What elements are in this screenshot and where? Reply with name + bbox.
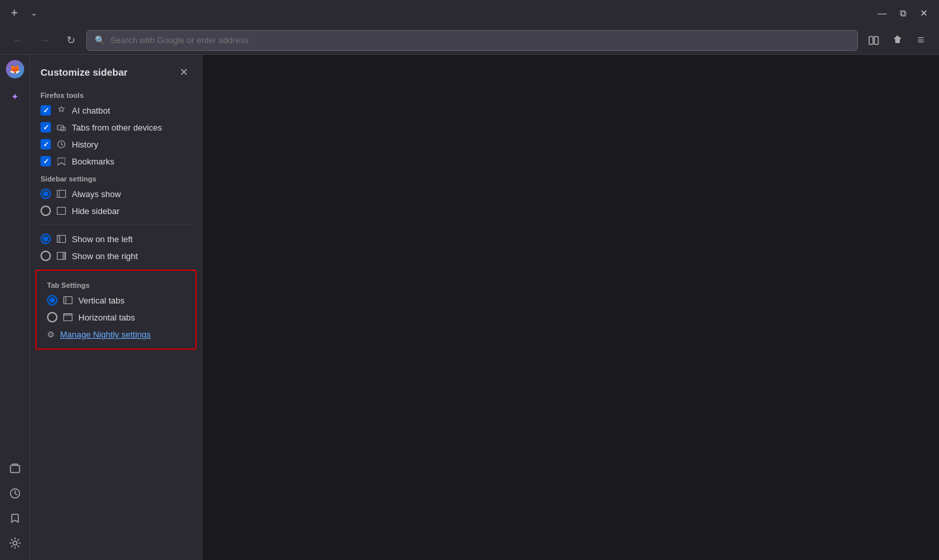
ai-chatbot-label: AI chatbot (72, 106, 110, 116)
sidebar-item-ai[interactable]: ✦ (3, 85, 27, 108)
main-layout: 🦊 ✦ C (0, 55, 939, 560)
close-button[interactable]: ✕ (914, 3, 934, 23)
extensions-button[interactable] (887, 30, 908, 51)
vertical-tabs-radio[interactable] (47, 295, 57, 305)
svg-rect-15 (64, 297, 72, 304)
navbar-right: ≡ (863, 30, 931, 51)
hide-sidebar-icon (56, 206, 67, 216)
always-show-radio[interactable] (40, 189, 51, 199)
firefox-tools-label: Firefox tools (30, 86, 202, 102)
bookmarks-icon (9, 512, 21, 524)
show-on-left-row[interactable]: Show on the left (30, 230, 202, 247)
svg-rect-8 (57, 191, 66, 198)
extensions-icon (892, 35, 902, 46)
history-icon-small (56, 139, 67, 149)
sidebar-header: Customize sidebar ✕ (30, 55, 202, 86)
sidebar-item-history-icon[interactable] (3, 482, 27, 505)
sidebar-item-bookmarks-icon[interactable] (3, 506, 27, 530)
tabs-other-devices-label: Tabs from other devices (72, 123, 162, 132)
svg-rect-9 (59, 191, 60, 198)
tab-settings-box: Tab Settings Vertical tabs (35, 270, 197, 350)
sidebar-title: Customize sidebar (40, 67, 127, 78)
titlebar: + ⌄ — ⧉ ✕ (0, 0, 939, 26)
divider-1 (40, 225, 191, 225)
ai-chatbot-icon (56, 105, 67, 116)
tabs-other-devices-icon (9, 463, 21, 474)
show-on-left-icon (56, 234, 67, 244)
bookmarks-row[interactable]: Bookmarks (30, 153, 202, 170)
address-input[interactable] (110, 35, 850, 45)
tabs-other-devices-checkbox[interactable] (40, 122, 51, 132)
history-checkbox[interactable] (40, 139, 51, 149)
menu-button[interactable]: ≡ (910, 30, 931, 51)
hide-sidebar-label: Hide sidebar (72, 206, 119, 216)
refresh-button[interactable]: ↻ (60, 30, 81, 51)
bookmarks-label: Bookmarks (72, 157, 114, 166)
gear-icon: ⚙ (47, 330, 55, 339)
sidebar-settings-label: Sidebar settings (30, 170, 202, 185)
navbar: ← → ↻ 🔍 ≡ (0, 26, 939, 55)
sidebar-panel: Customize sidebar ✕ Firefox tools AI cha… (30, 55, 202, 560)
svg-rect-11 (57, 236, 66, 243)
new-tab-button[interactable]: + (5, 4, 24, 22)
titlebar-left: + ⌄ (5, 4, 42, 22)
history-row[interactable]: History (30, 136, 202, 153)
tabs-other-devices-row[interactable]: Tabs from other devices (30, 119, 202, 136)
horizontal-tabs-icon (63, 312, 73, 322)
svg-rect-1 (874, 37, 878, 44)
search-icon: 🔍 (95, 35, 105, 45)
svg-rect-0 (869, 37, 873, 44)
history-icon (9, 488, 21, 499)
vertical-tabs-row[interactable]: Vertical tabs (37, 292, 195, 309)
vertical-tabs-label: Vertical tabs (78, 296, 125, 305)
tab-settings-label: Tab Settings (37, 276, 195, 292)
svg-rect-16 (65, 297, 67, 304)
split-view-icon (868, 35, 879, 46)
show-on-right-row[interactable]: Show on the right (30, 247, 202, 264)
svg-rect-18 (64, 314, 72, 317)
tabs-other-devices-icon-small (56, 122, 67, 132)
back-button[interactable]: ← (8, 30, 29, 51)
svg-rect-10 (57, 208, 66, 215)
ai-chatbot-checkbox[interactable] (40, 105, 51, 116)
always-show-row[interactable]: Always show (30, 185, 202, 202)
show-on-left-radio[interactable] (40, 234, 51, 244)
svg-point-4 (13, 541, 17, 545)
bookmarks-icon-small (56, 156, 67, 166)
show-on-right-label: Show on the right (72, 251, 138, 261)
split-view-button[interactable] (863, 30, 884, 51)
horizontal-tabs-radio[interactable] (47, 312, 57, 322)
ai-chatbot-row[interactable]: AI chatbot (30, 102, 202, 119)
always-show-label: Always show (72, 189, 121, 199)
show-on-left-label: Show on the left (72, 234, 133, 244)
icon-bar: 🦊 ✦ (0, 55, 30, 560)
titlebar-right: — ⧉ ✕ (872, 3, 934, 23)
svg-rect-2 (10, 465, 20, 473)
history-label: History (72, 140, 98, 149)
tab-dropdown-button[interactable]: ⌄ (26, 5, 42, 21)
sidebar-item-tabs-icon[interactable] (3, 457, 27, 480)
restore-button[interactable]: ⧉ (893, 3, 913, 23)
manage-nightly-row[interactable]: ⚙ Manage Nightly settings (37, 326, 195, 343)
minimize-button[interactable]: — (872, 3, 892, 23)
hide-sidebar-radio[interactable] (40, 206, 51, 216)
show-on-right-icon (56, 251, 67, 261)
show-on-right-radio[interactable] (40, 251, 51, 261)
hide-sidebar-row[interactable]: Hide sidebar (30, 202, 202, 219)
manage-nightly-link[interactable]: Manage Nightly settings (60, 330, 151, 339)
firefox-logo: 🦊 (6, 60, 24, 78)
sidebar-close-button[interactable]: ✕ (176, 64, 191, 80)
content-area (202, 55, 939, 560)
svg-rect-12 (59, 236, 61, 243)
settings-icon (9, 537, 21, 549)
forward-button[interactable]: → (34, 30, 55, 51)
horizontal-tabs-label: Horizontal tabs (78, 313, 135, 322)
bookmarks-checkbox[interactable] (40, 156, 51, 166)
sidebar-item-settings-icon[interactable] (3, 531, 27, 555)
address-bar[interactable]: 🔍 (86, 30, 858, 51)
always-show-icon (56, 189, 67, 199)
vertical-tabs-icon (63, 295, 73, 305)
horizontal-tabs-row[interactable]: Horizontal tabs (37, 309, 195, 326)
svg-rect-14 (63, 253, 66, 260)
